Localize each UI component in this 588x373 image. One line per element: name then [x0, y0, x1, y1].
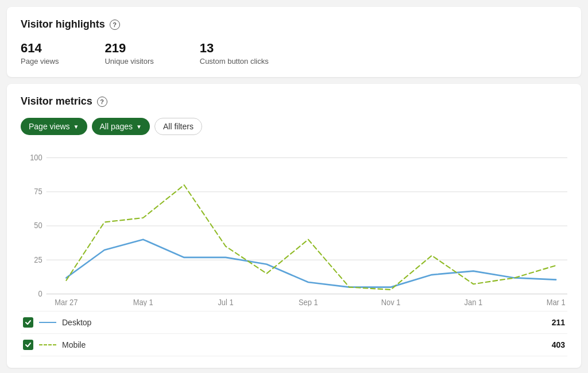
mobile-line-icon — [39, 344, 56, 345]
legend-desktop: Desktop 211 — [21, 312, 567, 334]
page-views-filter-label: Page views — [29, 122, 70, 131]
custom-clicks-value: 13 — [200, 41, 269, 56]
svg-text:0: 0 — [38, 289, 42, 298]
desktop-legend-value: 211 — [552, 318, 565, 327]
metrics-title: Visitor metrics ? — [21, 95, 567, 107]
unique-visitors-highlight: 219 Unique visitors — [105, 41, 153, 66]
all-filters-label: All filters — [163, 122, 194, 131]
all-filters-btn[interactable]: All filters — [154, 118, 202, 135]
unique-visitors-label: Unique visitors — [105, 57, 153, 66]
svg-text:Jan 1: Jan 1 — [465, 298, 482, 306]
custom-clicks-highlight: 13 Custom button clicks — [200, 41, 269, 66]
svg-text:May 1: May 1 — [133, 298, 153, 306]
svg-text:25: 25 — [34, 255, 42, 264]
metrics-title-text: Visitor metrics — [21, 95, 92, 107]
all-pages-filter-label: All pages — [100, 122, 133, 131]
unique-visitors-value: 219 — [105, 41, 153, 56]
desktop-line-icon — [39, 322, 56, 323]
visitor-highlights-card: Visitor highlights ? 614 Page views 219 … — [7, 7, 581, 77]
custom-clicks-label: Custom button clicks — [200, 57, 269, 66]
svg-text:Mar 1: Mar 1 — [547, 298, 566, 306]
filters-row: Page views ▼ All pages ▼ All filters — [21, 118, 567, 135]
svg-text:Mar 27: Mar 27 — [55, 298, 78, 306]
visitor-metrics-card: Visitor metrics ? Page views ▼ All pages… — [7, 84, 581, 368]
mobile-checkbox[interactable] — [23, 340, 33, 350]
legend: Desktop 211 Mobile 403 — [21, 311, 567, 356]
svg-text:Nov 1: Nov 1 — [381, 298, 401, 306]
all-pages-chevron-icon: ▼ — [136, 124, 142, 130]
chart-svg: 100 75 50 25 0 Mar 27 May 1 Jul 1 Sep 1 … — [21, 145, 567, 306]
page-views-value: 614 — [21, 41, 59, 56]
highlights-help-icon[interactable]: ? — [110, 20, 120, 30]
desktop-legend-label: Desktop — [62, 318, 546, 327]
svg-text:100: 100 — [30, 153, 42, 162]
metrics-help-icon[interactable]: ? — [97, 97, 107, 107]
all-pages-filter-btn[interactable]: All pages ▼ — [92, 118, 150, 135]
highlights-row: 614 Page views 219 Unique visitors 13 Cu… — [21, 41, 567, 66]
page-views-filter-btn[interactable]: Page views ▼ — [21, 118, 87, 135]
page-views-highlight: 614 Page views — [21, 41, 59, 66]
svg-text:50: 50 — [34, 221, 42, 230]
svg-text:Sep 1: Sep 1 — [299, 298, 318, 306]
mobile-legend-label: Mobile — [62, 340, 546, 349]
svg-text:75: 75 — [34, 187, 42, 197]
page-views-label: Page views — [21, 57, 59, 66]
legend-mobile: Mobile 403 — [21, 334, 567, 356]
desktop-checkbox[interactable] — [23, 317, 33, 328]
page-views-chevron-icon: ▼ — [74, 124, 79, 130]
highlights-title-text: Visitor highlights — [21, 18, 105, 30]
highlights-title: Visitor highlights ? — [21, 18, 567, 30]
svg-text:Jul 1: Jul 1 — [218, 298, 233, 306]
chart-container: 100 75 50 25 0 Mar 27 May 1 Jul 1 Sep 1 … — [21, 145, 567, 306]
mobile-legend-value: 403 — [552, 340, 565, 349]
